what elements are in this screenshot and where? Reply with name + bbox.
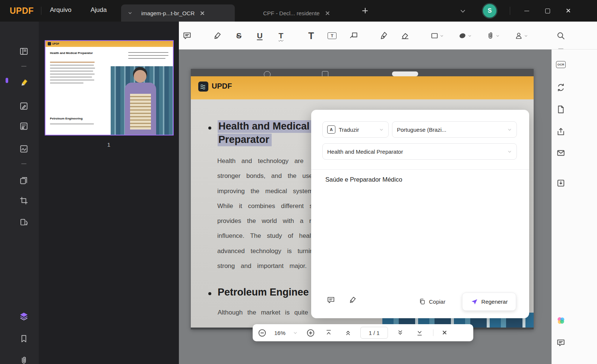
thumb-logo-text: UPDF [52, 42, 59, 45]
ocr-button[interactable]: OCR [556, 60, 566, 69]
save-button[interactable] [556, 178, 566, 188]
first-page-button[interactable] [319, 324, 338, 341]
ocr-icon: OCR [556, 61, 566, 68]
popup-highlight-button[interactable] [348, 295, 357, 305]
reader-view-icon [19, 47, 29, 56]
target-language-dropdown[interactable]: Portuguese (Brazi... [392, 121, 517, 138]
sign-tool-button[interactable] [19, 144, 29, 154]
comment-bubble-icon [326, 296, 335, 304]
bookmark-button[interactable] [19, 334, 29, 344]
close-button[interactable] [559, 0, 578, 22]
divider [21, 163, 26, 164]
callout-icon [349, 31, 358, 41]
attach-file-tool[interactable] [483, 29, 502, 42]
updf-window: UPDF Arquivo Ajuda imagem-p...t-br_OCR C… [0, 0, 597, 364]
zoom-out-button[interactable] [253, 324, 271, 341]
signature-icon [19, 144, 29, 154]
share-icon [556, 127, 566, 137]
account-avatar[interactable]: S [483, 4, 496, 17]
convert-format-button[interactable] [556, 83, 566, 92]
form-tool-button[interactable] [19, 121, 29, 131]
close-toolbar-button[interactable] [437, 324, 452, 341]
layers-button[interactable] [19, 312, 29, 321]
underline-tool[interactable]: U [253, 29, 266, 42]
source-text-dropdown[interactable]: Health and Medical Preparator [322, 143, 517, 160]
zoom-level-value[interactable]: 16% [271, 324, 288, 341]
mail-button[interactable] [556, 148, 566, 158]
bullet-point [208, 127, 211, 130]
strikethrough-tool[interactable]: S [232, 29, 246, 42]
text-callout-tool[interactable] [347, 29, 360, 42]
double-chevron-down-icon [396, 329, 404, 337]
organize-pages-button[interactable] [19, 176, 29, 185]
maximize-button[interactable] [538, 0, 557, 22]
minimize-icon [524, 11, 529, 11]
highlighter-icon [19, 78, 29, 87]
share-button[interactable] [556, 127, 566, 137]
tab-imagem-ocr[interactable]: imagem-p...t-br_OCR [121, 4, 235, 22]
zoom-dropdown-button[interactable] [288, 324, 302, 341]
plus-icon [362, 8, 368, 13]
menu-ajuda[interactable]: Ajuda [91, 6, 107, 14]
chevron-down-icon [496, 34, 500, 38]
comment-tool[interactable] [180, 29, 194, 42]
feedback-chat-button[interactable] [556, 338, 566, 348]
minimize-button[interactable] [517, 0, 536, 22]
attachment-panel-button[interactable] [19, 355, 29, 364]
crop-icon [19, 196, 29, 205]
add-text-tool[interactable]: T [304, 29, 318, 42]
scroll-up-button[interactable] [338, 324, 358, 341]
bookmark-icon [19, 334, 29, 344]
pen-tool[interactable] [378, 29, 391, 42]
copy-button[interactable]: Copiar [418, 295, 445, 308]
tab-dropdown-chevron-icon[interactable] [127, 10, 133, 16]
thumb-text-line [50, 83, 83, 83]
page-thumbnail[interactable]: UPDF Health and Medical Preparator Petro… [45, 40, 174, 135]
form-icon [19, 121, 29, 131]
thumb-heading-2: Petroleum Engineering [50, 117, 102, 120]
translate-mode-dropdown[interactable]: A Traduzir [322, 121, 389, 138]
search-button[interactable] [554, 29, 568, 42]
chevron-down-icon [507, 149, 512, 154]
reader-view-button[interactable] [19, 47, 29, 56]
rectangle-shape-tool[interactable] [427, 29, 446, 42]
squiggly-underline-tool[interactable]: T [274, 29, 288, 42]
paperclip-icon [486, 31, 495, 40]
thumb-text-line [128, 52, 168, 53]
stamp-tool[interactable] [511, 29, 531, 42]
popup-comment-button[interactable] [326, 295, 336, 305]
thumb-heading-1: Health and Medical Preparator [50, 51, 97, 55]
mode-label: Traduzir [339, 127, 379, 133]
close-icon [566, 8, 571, 14]
thumb-photo [111, 66, 173, 135]
menu-arquivo[interactable]: Arquivo [50, 6, 72, 14]
titlebar-dropdown-button[interactable] [459, 7, 467, 16]
divider [311, 169, 529, 170]
comment-tool-button[interactable] [19, 78, 29, 87]
tab-label: imagem-p...t-br_OCR [141, 10, 195, 16]
new-tab-button[interactable] [362, 8, 368, 15]
scroll-down-button[interactable] [391, 324, 410, 341]
edit-pdf-button[interactable] [19, 101, 29, 111]
thumb-text-line [50, 74, 95, 74]
ai-assistant-button[interactable] [556, 316, 566, 325]
zoom-in-button[interactable] [302, 324, 319, 341]
ai-flower-icon [556, 316, 566, 325]
eraser-tool[interactable] [398, 29, 412, 42]
tab-close-icon[interactable] [200, 11, 205, 16]
tab-close-icon[interactable] [325, 11, 330, 16]
last-page-button[interactable] [410, 324, 429, 341]
compress-button[interactable] [556, 105, 566, 114]
text-box-tool[interactable]: T [325, 29, 339, 42]
left-tool-strip [0, 22, 39, 364]
rectangle-icon [430, 31, 439, 40]
tab-cpf-declaracao[interactable]: CPF - Decl... residente [246, 4, 354, 22]
ellipse-shape-tool[interactable] [455, 29, 474, 42]
highlight-tool[interactable] [211, 29, 224, 42]
regenerate-button[interactable]: Regenerar [462, 293, 516, 311]
crop-tool-button[interactable] [19, 196, 29, 205]
copy-label: Copiar [429, 298, 445, 305]
heading-line-1: Health and Medical [218, 120, 312, 133]
page-indicator[interactable]: 1 / 1 [358, 324, 391, 341]
convert-tool-button[interactable] [19, 218, 29, 227]
